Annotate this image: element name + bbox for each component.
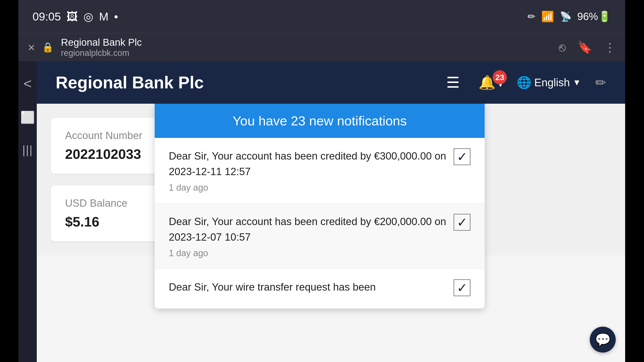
site-url: regionalplcbk.com <box>61 48 552 58</box>
language-label: English <box>534 76 570 89</box>
hamburger-menu[interactable]: ☰ <box>446 74 460 91</box>
notification-dropdown: You have 23 new notifications Dear Sir, … <box>155 104 485 308</box>
app-header: Regional Bank Plc ☰ 🔔 23 ▾ 🌐 English ▼ ✏ <box>37 61 625 104</box>
more-options-icon[interactable]: ⋮ <box>604 40 616 54</box>
photo-icon: 🖼 <box>66 10 78 23</box>
user-icon[interactable]: ✏ <box>595 75 606 90</box>
share-icon[interactable]: ⎋ <box>559 40 566 54</box>
lock-icon: 🔒 <box>42 42 54 53</box>
notification-bell[interactable]: 🔔 23 ▾ <box>478 74 502 90</box>
wifi-icon: 📶 <box>541 10 554 22</box>
nav-sidebar: < ⬜ ||| <box>18 61 37 362</box>
browser-close-button[interactable]: × <box>28 40 35 54</box>
home-button[interactable]: ⬜ <box>20 110 35 124</box>
language-selector[interactable]: 🌐 English ▼ <box>517 76 581 89</box>
notification-header: You have 23 new notifications <box>155 104 485 138</box>
web-content: Regional Bank Plc ☰ 🔔 23 ▾ 🌐 English ▼ ✏… <box>37 61 625 362</box>
status-right: ✏ 📶 📡 96%🔋 <box>528 10 611 22</box>
notification-time-2: 1 day ago <box>169 248 446 258</box>
notification-message-1: Dear Sir, Your account has been credited… <box>169 148 446 179</box>
notification-time-1: 1 day ago <box>169 183 446 193</box>
gmail-icon: M <box>99 10 108 23</box>
checkmark-icon-2[interactable]: ✓ <box>454 214 470 231</box>
language-dropdown-arrow: ▼ <box>572 78 581 88</box>
dot-indicator: • <box>114 10 118 23</box>
notification-badge: 23 <box>493 70 507 84</box>
bookmark-icon[interactable]: 🔖 <box>578 40 592 54</box>
checkmark-icon-1[interactable]: ✓ <box>454 148 470 165</box>
chat-button[interactable]: 💬 <box>590 327 616 352</box>
notification-text-3: Dear Sir, Your wire transfer request has… <box>169 279 454 298</box>
globe-icon: 🌐 <box>517 76 531 89</box>
site-name: Regional Bank Plc <box>61 37 552 48</box>
notification-header-text: You have 23 new notifications <box>233 113 407 128</box>
checkmark-icon-3[interactable]: ✓ <box>454 279 470 296</box>
notification-item-2[interactable]: Dear Sir, Your account has been credited… <box>155 204 485 269</box>
browser-bar: × 🔒 Regional Bank Plc regionalplcbk.com … <box>18 33 625 61</box>
notification-text-1: Dear Sir, Your account has been credited… <box>169 148 454 193</box>
site-info: Regional Bank Plc regionalplcbk.com <box>61 37 552 58</box>
edit-icon: ✏ <box>528 11 536 22</box>
header-actions: 🔔 23 ▾ 🌐 English ▼ ✏ <box>478 74 606 90</box>
recent-apps-button[interactable]: ||| <box>22 143 33 157</box>
notification-item-3[interactable]: Dear Sir, Your wire transfer request has… <box>155 269 485 308</box>
back-button[interactable]: < <box>23 76 32 92</box>
chat-icon: 💬 <box>595 332 611 347</box>
status-time: 09:05 <box>32 10 61 23</box>
browser-actions: ⎋ 🔖 ⋮ <box>559 40 616 54</box>
status-bar: 09:05 🖼 ◎ M • ✏ 📶 📡 96%🔋 <box>18 0 625 33</box>
notification-item-1[interactable]: Dear Sir, Your account has been credited… <box>155 138 485 204</box>
whatsapp-icon: ◎ <box>84 10 93 23</box>
notification-message-3: Dear Sir, Your wire transfer request has… <box>169 279 446 295</box>
notification-message-2: Dear Sir, Your account has been credited… <box>169 214 446 245</box>
battery-icon: 96%🔋 <box>577 10 611 22</box>
notification-text-2: Dear Sir, Your account has been credited… <box>169 214 454 258</box>
app-logo: Regional Bank Plc <box>56 73 446 92</box>
status-left: 09:05 🖼 ◎ M • <box>32 10 118 23</box>
signal-icon: 📡 <box>560 11 572 22</box>
